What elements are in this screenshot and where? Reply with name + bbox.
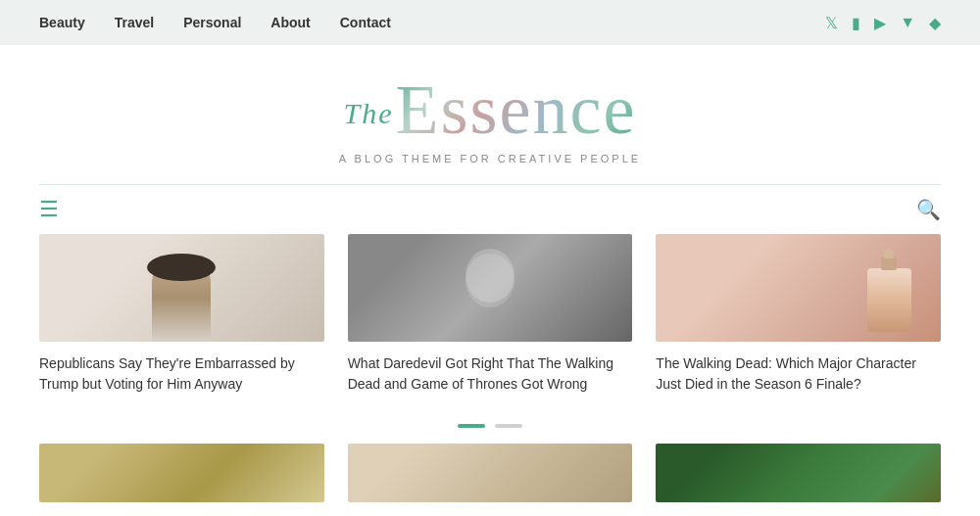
site-header: TheEssence A Blog Theme For Creative Peo… <box>0 45 980 184</box>
youtube-icon[interactable]: ▶ <box>874 14 886 32</box>
nav-travel[interactable]: Travel <box>115 15 154 30</box>
nav-personal[interactable]: Personal <box>183 15 241 30</box>
pagination <box>0 414 980 444</box>
article-title-1[interactable]: Republicans Say They're Embarrassed by T… <box>39 353 324 395</box>
search-icon[interactable]: 🔍 <box>916 198 941 221</box>
site-title-main: Essence <box>396 70 637 149</box>
social-links: 𝕏 ▮ ▶ ▼ ◆ <box>825 14 941 32</box>
bottom-article-image-3[interactable] <box>656 444 941 502</box>
twitter-icon[interactable]: 𝕏 <box>825 14 838 32</box>
bottom-article-image-1[interactable] <box>39 444 324 502</box>
nav-about[interactable]: About <box>270 15 310 30</box>
site-subtitle: A Blog Theme For Creative People <box>20 153 960 164</box>
article-image-1[interactable] <box>39 234 324 342</box>
nav-beauty[interactable]: Beauty <box>39 15 85 30</box>
article-image-3[interactable] <box>656 234 941 342</box>
site-title-the: The <box>344 97 394 129</box>
pinterest-icon[interactable]: ◆ <box>929 14 941 32</box>
site-logo: TheEssence <box>20 74 960 145</box>
toolbar: ☰ 🔍 <box>0 185 980 234</box>
bottom-article-image-2[interactable] <box>348 444 633 502</box>
nav-links: Beauty Travel Personal About Contact <box>39 15 391 30</box>
facebook-icon[interactable]: ▮ <box>852 14 860 32</box>
menu-icon[interactable]: ☰ <box>39 197 59 222</box>
vimeo-icon[interactable]: ▼ <box>900 14 915 31</box>
articles-grid: Republicans Say They're Embarrassed by T… <box>0 234 980 414</box>
bottom-articles-grid <box>0 444 980 502</box>
article-title-2[interactable]: What Daredevil Got Right That The Walkin… <box>348 353 633 395</box>
pagination-dot-1[interactable] <box>458 424 485 428</box>
article-image-2[interactable] <box>348 234 633 342</box>
main-nav: Beauty Travel Personal About Contact 𝕏 ▮… <box>0 0 980 45</box>
pagination-dot-2[interactable] <box>495 424 522 428</box>
nav-contact[interactable]: Contact <box>340 15 391 30</box>
article-card-1: Republicans Say They're Embarrassed by T… <box>39 234 324 395</box>
article-card-2: What Daredevil Got Right That The Walkin… <box>348 234 633 395</box>
article-card-3: The Walking Dead: Which Major Character … <box>656 234 941 395</box>
article-title-3[interactable]: The Walking Dead: Which Major Character … <box>656 353 941 395</box>
